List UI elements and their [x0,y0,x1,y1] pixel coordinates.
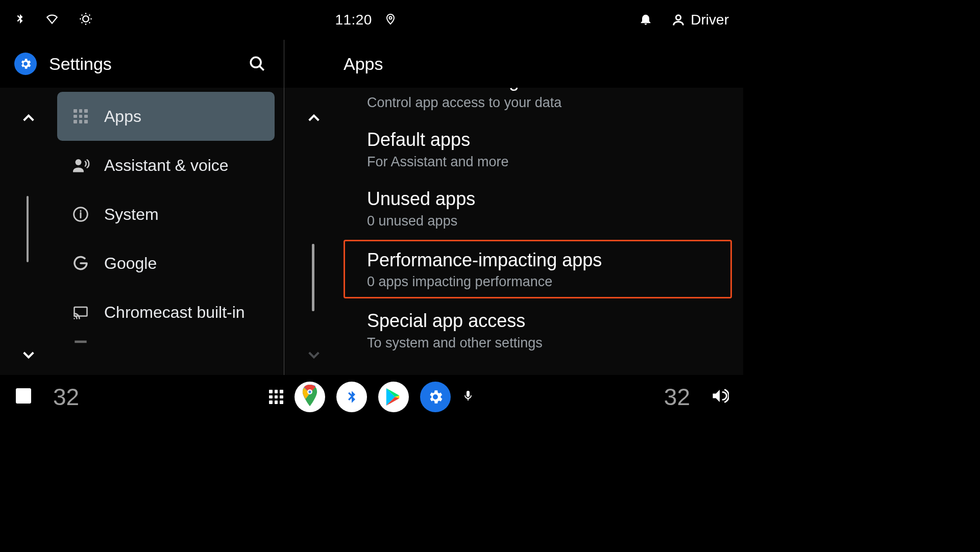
detail-scroll-up-button[interactable] [303,107,325,130]
sidebar-item-google[interactable]: Google [57,239,275,288]
sidebar-item-chromecast[interactable]: Chromecast built-in [57,288,275,337]
volume-icon[interactable] [710,387,729,407]
detail-item-subtitle: 0 apps impacting performance [367,274,720,290]
peek-icon [69,340,92,345]
navigation-bar: 32 32 [0,375,743,419]
sidebar-item-apps[interactable]: Apps [57,92,275,141]
detail-item-subtitle: Control app access to your data [367,95,720,111]
sidebar-arrow-column [0,88,57,375]
detail-item-title: Default apps [367,128,720,152]
sidebar-header: Settings [0,40,284,88]
svg-point-4 [76,159,82,165]
user-name-label: Driver [691,12,729,28]
sidebar-title: Settings [49,54,233,74]
detail-item-title: Performance-impacting apps [367,248,720,272]
detail-arrow-column [284,88,344,375]
sidebar-item-system[interactable]: System [57,190,275,239]
svg-point-1 [389,17,391,19]
detail-item-special-app-access[interactable]: Special app access To system and other s… [344,300,732,360]
status-left-icons [14,11,93,29]
split-screen-icon[interactable] [14,387,33,407]
svg-point-2 [676,15,681,20]
svg-point-3 [251,57,261,67]
google-g-icon [69,255,92,271]
sidebar-item-peek[interactable] [57,337,275,348]
clock: 11:20 [335,12,372,28]
detail-item-subtitle: For Assistant and more [367,154,720,170]
svg-rect-6 [75,307,87,316]
dock-bluetooth-app[interactable] [336,382,367,412]
sidebar-item-assistant-voice[interactable]: Assistant & voice [57,141,275,190]
apps-grid-icon [69,109,92,123]
cast-icon [69,305,92,320]
sidebar-item-label: Chromecast built-in [104,303,245,322]
settings-app-icon [14,53,37,75]
status-bar: 11:20 Driver [0,0,743,40]
sidebar-scroll-up-button[interactable] [17,107,40,130]
bluetooth-icon [14,11,26,29]
assistant-voice-icon [69,156,92,174]
svg-point-10 [308,391,311,393]
detail-list: Permission manager Control app access to… [284,88,743,375]
wifi-icon [44,12,60,28]
detail-item-permission-manager[interactable]: Permission manager Control app access to… [344,88,732,119]
user-profile-button[interactable]: Driver [671,12,729,28]
brightness-icon [79,12,93,28]
detail-title: Apps [344,54,729,74]
detail-item-subtitle: 0 unused apps [367,213,720,229]
main-content: Settings Apps [0,40,743,375]
sidebar-list: Apps Assistant & voice System [0,88,284,375]
app-launcher-button[interactable] [269,390,283,404]
detail-panel: Apps Permission manager Control app acce… [284,40,743,375]
dock-settings-app[interactable] [420,382,451,412]
sidebar-item-label: Assistant & voice [104,156,229,175]
dock-play-store-app[interactable] [378,382,409,412]
detail-item-title: Unused apps [367,187,720,211]
sidebar-item-label: Apps [104,107,141,126]
settings-sidebar: Settings Apps [0,40,284,375]
detail-scroll-down-button[interactable] [303,343,325,366]
sidebar-item-label: Google [104,254,157,273]
detail-item-performance-impacting-apps[interactable]: Performance-impacting apps 0 apps impact… [344,240,732,299]
nav-right: 32 [484,383,729,411]
temp-left-label[interactable]: 32 [53,383,79,411]
sidebar-scroll-down-button[interactable] [17,343,40,366]
svg-rect-7 [75,341,86,343]
search-button[interactable] [245,52,270,76]
detail-item-title: Permission manager [367,88,535,93]
detail-item-subtitle: To system and other settings [367,335,720,351]
status-center: 11:20 [335,11,397,29]
info-icon [69,206,92,222]
sidebar-scroll-indicator [27,196,29,262]
notifications-icon[interactable] [639,11,653,29]
detail-header: Apps [284,40,743,88]
status-right: Driver [639,11,729,29]
location-icon [384,11,397,29]
sidebar-item-label: System [104,205,159,224]
detail-item-default-apps[interactable]: Default apps For Assistant and more [344,119,732,179]
dock-maps-app[interactable] [295,382,325,412]
svg-point-0 [83,16,89,22]
nav-center-dock [269,382,474,412]
detail-item-unused-apps[interactable]: Unused apps 0 unused apps [344,179,732,238]
detail-item-title: Special app access [367,309,720,333]
detail-scroll-indicator [312,244,314,311]
temp-right-label[interactable]: 32 [664,383,690,411]
nav-left: 32 [14,383,259,411]
voice-assistant-button[interactable] [462,387,474,407]
